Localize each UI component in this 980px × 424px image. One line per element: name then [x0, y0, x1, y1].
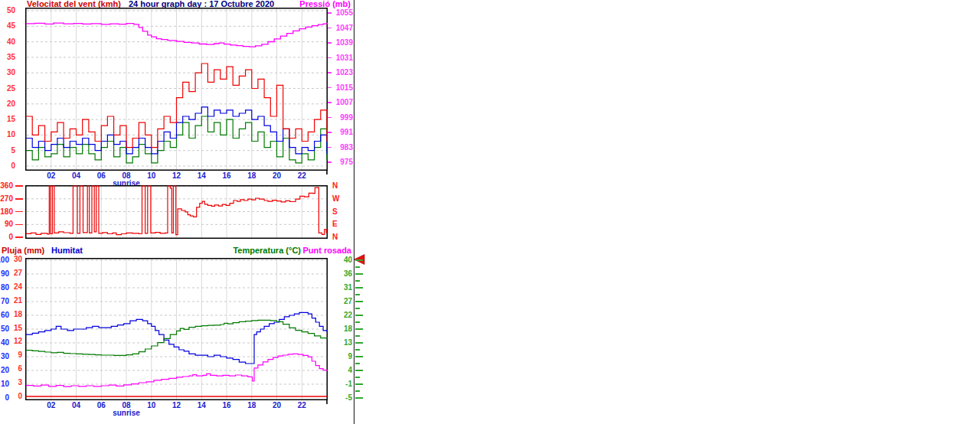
- wind-pressure-axis-label: 999: [340, 113, 353, 122]
- axis-tick: [15, 185, 23, 187]
- rain-humidity-temperature-axis-label: 12: [14, 337, 22, 346]
- x-axis-label: 22: [292, 171, 311, 181]
- axis-tick: [355, 370, 363, 371]
- x-axis-label: 14: [192, 401, 211, 410]
- axis-tick: [355, 321, 360, 323]
- axis-tick: [355, 383, 363, 385]
- rain-humidity-temperature-axis-label: 10: [1, 380, 9, 389]
- axis-tick: [355, 308, 360, 309]
- rain-humidity-temperature-axis-label: 9: [18, 351, 22, 360]
- wind-direction-axis-label: N: [332, 181, 338, 191]
- wind-direction-axis-label: 180: [0, 207, 13, 217]
- axis-tick: [355, 259, 363, 261]
- axis-tick: [355, 266, 360, 268]
- x-axis-label: 20: [268, 401, 286, 410]
- x-axis-label: 04: [67, 171, 86, 181]
- rain-humidity-temperature-axis-label: 27: [344, 297, 352, 306]
- rain-humidity-temperature-axis-label: 24: [14, 282, 22, 292]
- wind-direction-axis-label: S: [332, 207, 338, 217]
- wind-pressure-axis-label: 975: [340, 158, 353, 167]
- x-axis-label: 06: [92, 401, 110, 410]
- wind-pressure-axis-label: 1055: [336, 8, 353, 18]
- axis-tick: [328, 147, 332, 148]
- x-axis-end-tick: [326, 171, 328, 174]
- wind-direction-axis-label: 0: [8, 233, 13, 242]
- axis-tick: [355, 301, 363, 302]
- rain-humidity-temperature-axis-label: 15: [14, 324, 22, 333]
- wind-pressure-axis-label: 25: [7, 84, 15, 93]
- wind-pressure-axis-label: 1031: [336, 54, 353, 63]
- axis-tick: [355, 363, 360, 364]
- rain-humidity-temperature-axis-label: 90: [1, 269, 9, 279]
- axis-tick: [328, 161, 332, 163]
- rain-humidity-temperature-chart: [25, 258, 328, 400]
- wind-direction-chart: [25, 185, 328, 239]
- rain-humidity-temperature-axis-label: 18: [14, 310, 22, 319]
- temperature-axis-line: [354, 0, 355, 424]
- rain-humidity-temperature-axis-label: 40: [1, 338, 9, 347]
- x-axis-label: 14: [192, 171, 211, 181]
- wind-direction-axis-label: W: [332, 194, 339, 204]
- wind-pressure-axis-label: 1047: [336, 24, 353, 33]
- axis-tick: [355, 335, 360, 337]
- axis-tick: [15, 224, 23, 226]
- x-axis-label: 20: [268, 171, 286, 181]
- axis-tick: [355, 287, 363, 289]
- axis-tick: [15, 198, 23, 200]
- wind-pressure-axis-label: 991: [340, 128, 353, 137]
- wind-pressure-axis-label: 983: [340, 143, 353, 152]
- axis-tick: [355, 273, 363, 275]
- axis-tick: [328, 72, 332, 73]
- rain-humidity-temperature-axis-label: 60: [1, 311, 9, 320]
- wind-pressure-axis-label: 0: [11, 161, 15, 171]
- x-axis-label: 06: [92, 171, 110, 181]
- rain-humidity-temperature-axis-label: 13: [344, 338, 352, 347]
- rain-humidity-temperature-axis-label: -5: [345, 393, 352, 403]
- axis-tick: [328, 102, 332, 103]
- x-axis-end-tick: [326, 400, 328, 404]
- axis-tick: [355, 390, 360, 392]
- x-axis-label: 18: [243, 171, 261, 181]
- rain-humidity-temperature-axis-label: 80: [1, 283, 9, 292]
- weather-graph-page: Velocitat del vent (kmh) 24 hour graph d…: [0, 0, 980, 424]
- rain-humidity-temperature-axis-label: 70: [1, 297, 9, 306]
- rain-humidity-temperature-axis-label: 20: [1, 366, 9, 375]
- x-axis-label: 16: [217, 171, 236, 181]
- rain-humidity-temperature-axis-label: 30: [1, 352, 9, 361]
- rain-humidity-temperature-axis-label: 30: [14, 255, 22, 264]
- x-axis-label: 12: [168, 171, 186, 181]
- wind-direction-axis-label: E: [332, 220, 338, 229]
- axis-tick: [355, 342, 363, 344]
- wind-pressure-axis-label: 35: [7, 53, 15, 62]
- x-axis-label: 10: [142, 401, 161, 410]
- rain-humidity-temperature-axis-label: 100: [0, 256, 9, 265]
- wind-pressure-axis-label: 45: [7, 21, 15, 31]
- wind-pressure-axis-label: 5: [11, 146, 15, 155]
- wind-pressure-axis-label: 15: [7, 115, 15, 124]
- axis-tick: [328, 132, 332, 133]
- axis-tick: [355, 280, 360, 282]
- axis-tick: [15, 211, 23, 213]
- x-axis-label: 04: [67, 401, 86, 410]
- rain-humidity-temperature-axis-label: 50: [1, 325, 9, 334]
- axis-tick: [328, 117, 332, 119]
- wind-pressure-axis-label: 40: [7, 38, 15, 47]
- x-axis-label: 02: [42, 401, 60, 410]
- rain-humidity-temperature-axis-label: 0: [5, 393, 9, 403]
- rain-humidity-temperature-axis-label: 36: [344, 269, 352, 279]
- rain-humidity-temperature-axis-label: -1: [345, 380, 352, 389]
- x-axis-label: 18: [243, 401, 261, 410]
- rain-humidity-temperature-axis-label: 31: [344, 283, 352, 292]
- temperature-title: Temperatura (°C): [233, 246, 301, 255]
- axis-tick: [355, 328, 363, 330]
- x-axis-label: 22: [292, 401, 311, 410]
- wind-pressure-axis-label: 20: [7, 99, 15, 109]
- wind-pressure-axis-label: 1023: [336, 68, 353, 77]
- rain-humidity-temperature-axis-label: 22: [344, 311, 352, 320]
- wind-pressure-axis-label: 50: [7, 6, 15, 15]
- wind-direction-axis-label: 360: [0, 181, 13, 191]
- wind-pressure-axis-label: 30: [7, 68, 15, 77]
- x-axis-label: 02: [42, 171, 60, 181]
- axis-tick: [355, 397, 363, 399]
- rain-humidity-temperature-axis-label: 27: [14, 269, 22, 278]
